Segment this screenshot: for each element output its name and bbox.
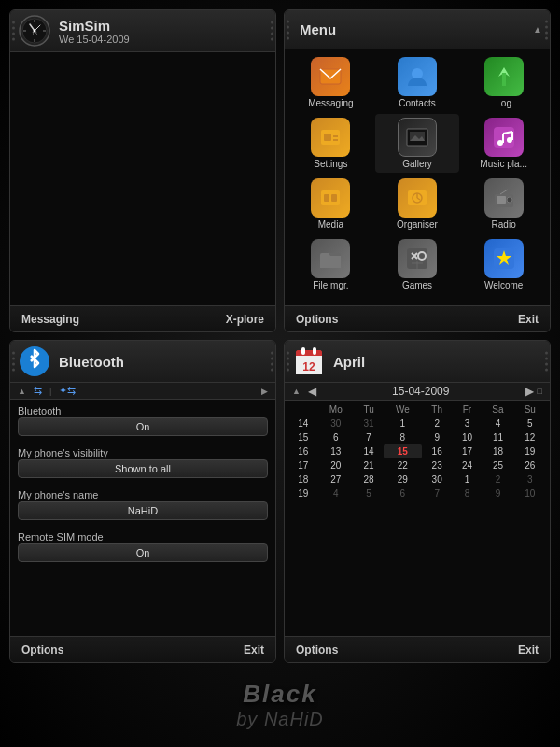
menu-item-music[interactable]: Music pla... bbox=[461, 114, 546, 173]
simsim-footer-left[interactable]: Messaging bbox=[21, 313, 79, 326]
cal-day[interactable]: 8 bbox=[384, 430, 422, 444]
svg-text:12: 12 bbox=[302, 360, 315, 374]
svg-rect-14 bbox=[502, 73, 506, 86]
cal-day[interactable]: 2 bbox=[482, 472, 513, 486]
week-number: 14 bbox=[288, 416, 318, 430]
bt-status-row: ▲ ⇆ | ✦⇆ ▶ bbox=[10, 383, 275, 400]
cal-day[interactable]: 22 bbox=[384, 458, 422, 472]
panels-grid: 15 SimSim We 15-04-2009 Messaging X-plor… bbox=[9, 9, 551, 663]
cal-day[interactable]: 9 bbox=[482, 486, 513, 500]
cal-day[interactable]: 3 bbox=[514, 472, 546, 486]
week-number: 17 bbox=[288, 458, 318, 472]
cal-day[interactable]: 23 bbox=[422, 458, 453, 472]
cal-day[interactable]: 4 bbox=[318, 486, 354, 500]
bt-footer-right[interactable]: Exit bbox=[244, 643, 264, 656]
cal-day[interactable]: 4 bbox=[482, 416, 513, 430]
cal-day[interactable]: 28 bbox=[354, 472, 384, 486]
menu-item-media[interactable]: Media bbox=[288, 175, 373, 233]
menu-item-settings[interactable]: Settings bbox=[288, 114, 373, 173]
svg-line-38 bbox=[500, 190, 508, 194]
week-num-header bbox=[288, 402, 318, 416]
cal-day[interactable]: 17 bbox=[453, 444, 483, 458]
cal-day[interactable]: 10 bbox=[514, 486, 546, 500]
cal-day[interactable]: 11 bbox=[482, 430, 513, 444]
menu-item-radio[interactable]: Radio bbox=[461, 175, 546, 233]
cal-day[interactable]: 9 bbox=[422, 430, 453, 444]
cal-day[interactable]: 30 bbox=[318, 416, 354, 430]
cal-day[interactable]: 10 bbox=[453, 430, 483, 444]
cal-th-tu: Tu bbox=[354, 402, 384, 416]
contacts-label: Contacts bbox=[399, 98, 435, 108]
cal-prev-btn[interactable]: ◀ bbox=[304, 385, 320, 398]
cal-day[interactable]: 6 bbox=[318, 430, 354, 444]
log-label: Log bbox=[496, 98, 511, 108]
menu-item-gallery[interactable]: Gallery bbox=[375, 114, 460, 173]
cal-day[interactable]: 3 bbox=[453, 416, 483, 430]
calendar-icon: 12 bbox=[292, 345, 326, 378]
cal-day[interactable]: 29 bbox=[384, 472, 422, 486]
menu-item-messaging[interactable]: Messaging bbox=[288, 53, 373, 112]
cal-next-btn[interactable]: ▶ bbox=[522, 385, 538, 398]
menu-item-games[interactable]: Games bbox=[375, 235, 460, 294]
bt-label-0: Bluetooth bbox=[18, 405, 268, 416]
cal-nav-row: ▲ ◀ 15-04-2009 ▶ □ bbox=[285, 383, 550, 401]
cal-day[interactable]: 8 bbox=[453, 486, 483, 500]
cal-day[interactable]: 12 bbox=[514, 430, 546, 444]
svg-rect-36 bbox=[497, 196, 506, 204]
cal-day[interactable]: 1 bbox=[384, 416, 422, 430]
svg-text:15: 15 bbox=[32, 31, 37, 36]
cal-day[interactable]: 19 bbox=[514, 444, 546, 458]
bt-header-text: Bluetooth bbox=[59, 354, 268, 370]
calendar-body: Mo Tu We Th Fr Sa Su 1430311234515678910… bbox=[285, 401, 550, 636]
cal-day[interactable]: 2 bbox=[422, 416, 453, 430]
cal-footer-right[interactable]: Exit bbox=[518, 643, 539, 656]
cal-week-row: 14303112345 bbox=[288, 416, 546, 430]
cal-day[interactable]: 1 bbox=[453, 472, 483, 486]
menu-item-log[interactable]: Log bbox=[461, 53, 546, 112]
svg-rect-56 bbox=[313, 347, 316, 355]
bluetooth-footer: Options Exit bbox=[10, 636, 275, 662]
cal-day[interactable]: 30 bbox=[422, 472, 453, 486]
bt-section-0: Bluetooth On bbox=[18, 403, 268, 436]
bt-label-3: Remote SIM mode bbox=[18, 531, 268, 543]
cal-day[interactable]: 24 bbox=[453, 458, 483, 472]
menu-footer-left[interactable]: Options bbox=[296, 313, 338, 326]
settings-label: Settings bbox=[314, 159, 347, 169]
cal-day[interactable]: 26 bbox=[514, 458, 546, 472]
cal-day[interactable]: 7 bbox=[422, 486, 453, 500]
welcome-label: Welcome bbox=[484, 280, 524, 290]
cal-day[interactable]: 13 bbox=[318, 444, 354, 458]
cal-day[interactable]: 20 bbox=[318, 458, 354, 472]
menu-item-welcome[interactable]: Welcome bbox=[461, 235, 546, 294]
cal-day[interactable]: 5 bbox=[514, 416, 546, 430]
cal-day[interactable]: 27 bbox=[318, 472, 354, 486]
menu-item-filemgr[interactable]: File mgr. bbox=[288, 235, 373, 294]
svg-rect-29 bbox=[324, 194, 329, 202]
right-dots bbox=[271, 21, 273, 41]
bt-footer-left[interactable]: Options bbox=[21, 643, 63, 656]
cal-day[interactable]: 18 bbox=[482, 444, 513, 458]
radio-label: Radio bbox=[492, 219, 516, 230]
cal-day[interactable]: 25 bbox=[482, 458, 513, 472]
menu-footer-right[interactable]: Exit bbox=[518, 313, 539, 326]
menu-item-organiser[interactable]: Organiser bbox=[375, 175, 460, 233]
cal-day[interactable]: 31 bbox=[354, 416, 384, 430]
bt-label-2: My phone's name bbox=[18, 489, 268, 500]
cal-day[interactable]: 6 bbox=[384, 486, 422, 500]
calendar-footer: Options Exit bbox=[285, 636, 550, 662]
cal-day[interactable]: 16 bbox=[422, 444, 453, 458]
simsim-footer-right[interactable]: X-plore bbox=[226, 313, 264, 326]
simsim-text: SimSim We 15-04-2009 bbox=[59, 18, 268, 45]
menu-right-dots bbox=[545, 20, 548, 39]
simsim-body bbox=[10, 52, 275, 305]
cal-day[interactable]: 5 bbox=[354, 486, 384, 500]
svg-rect-55 bbox=[301, 347, 305, 355]
log-icon bbox=[484, 57, 524, 96]
menu-item-contacts[interactable]: Contacts bbox=[375, 53, 460, 112]
cal-right-dots bbox=[545, 352, 548, 372]
cal-footer-left[interactable]: Options bbox=[296, 643, 338, 656]
cal-day[interactable]: 15 bbox=[384, 444, 422, 458]
cal-day[interactable]: 14 bbox=[354, 444, 384, 458]
cal-day[interactable]: 21 bbox=[354, 458, 384, 472]
cal-day[interactable]: 7 bbox=[354, 430, 384, 444]
